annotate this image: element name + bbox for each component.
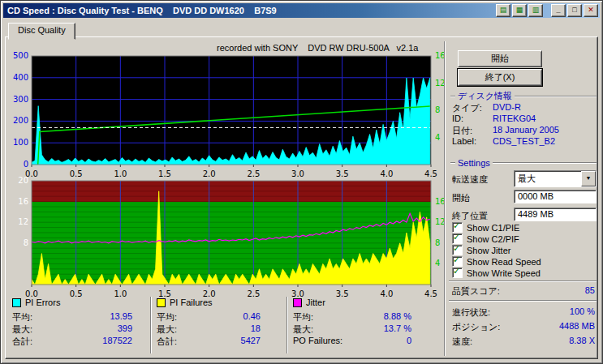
pif-jitter-chart: 20161281612840.00.51.01.52.02.53.03.54.0… (9, 173, 447, 306)
legend-label: PI Errors (25, 298, 60, 307)
quality-score-label: 品質スコア: (452, 285, 500, 298)
stat-label: 合計: (12, 336, 32, 348)
stat-label: 最大: (293, 323, 313, 336)
close-button[interactable]: ✕ (584, 4, 598, 17)
minimize-button[interactable]: _ (551, 4, 566, 17)
titlebar-buttons: ▤ ▦ ▥ _ □ ✕ (496, 4, 600, 17)
app-window: CD Speed : Disc Quality Test - BENQ DVD … (0, 0, 603, 364)
stat-value: 13.95 (58, 311, 132, 321)
progress-value: 100 % (514, 306, 595, 316)
graph-icon-glyph: ▦ (516, 6, 523, 14)
end-position-field[interactable]: 4489 MB (514, 208, 597, 221)
pi-failures-swatch (157, 298, 166, 307)
svg-text:4: 4 (435, 133, 440, 142)
graph-icon-3[interactable]: ▥ (528, 4, 543, 17)
window-title: CD Speed : Disc Quality Test - BENQ DVD … (7, 6, 277, 15)
graph-icon-glyph: ▤ (500, 6, 507, 14)
stat-value: 8.88 % (358, 311, 411, 321)
stat-label: 平均: (12, 311, 32, 323)
start-position-field[interactable]: 0000 MB (514, 190, 597, 203)
start-button-label: 開始 (491, 53, 509, 65)
stat-label: 最大: (12, 323, 32, 336)
transfer-speed-select[interactable]: 最大 ▼ (514, 170, 597, 187)
separator (449, 280, 597, 282)
pi-errors-legend: PI Errors (12, 298, 60, 307)
graph-icon-1[interactable]: ▤ (496, 4, 510, 17)
maximize-button[interactable]: □ (567, 4, 582, 17)
jitter-legend: Jitter (293, 298, 325, 307)
stat-value: 187522 (58, 336, 132, 345)
recorded-with-label: recorded with SONY DVD RW DRU-500A v2.1a (217, 43, 418, 53)
svg-text:0.5: 0.5 (70, 289, 83, 298)
start-position-label: 開始 (452, 192, 470, 204)
progress-label: 進行状況: (452, 306, 490, 319)
position-label: ポジション: (452, 321, 500, 333)
disc-type-value: DVD-R (493, 102, 521, 112)
disc-date-label: 日付: (452, 125, 472, 137)
exit-button[interactable]: 終了(X) (458, 69, 542, 86)
minimize-icon: _ (556, 6, 560, 14)
checkbox-label: Show Write Speed (467, 268, 541, 278)
stat-value: 0 (358, 336, 411, 345)
svg-text:2.5: 2.5 (247, 289, 260, 298)
checkbox-show-jitter[interactable]: Show Jitter (452, 245, 510, 255)
svg-text:0: 0 (24, 160, 28, 169)
titlebar[interactable]: CD Speed : Disc Quality Test - BENQ DVD … (3, 3, 600, 18)
svg-text:4.5: 4.5 (424, 289, 437, 298)
start-button[interactable]: 開始 (458, 50, 542, 67)
maximize-icon: □ (572, 6, 576, 14)
legend-label: PI Failures (170, 298, 213, 307)
svg-text:4: 4 (435, 259, 440, 268)
checkbox-label: Show Jitter (467, 246, 510, 255)
checkbox-show-c2-pif[interactable]: Show C2/PIF (452, 233, 519, 244)
svg-text:20: 20 (18, 176, 28, 185)
settings-header: Settings (450, 158, 597, 168)
disc-info-header: ディスク情報 (450, 90, 597, 102)
svg-text:8: 8 (435, 105, 440, 114)
svg-text:100: 100 (13, 138, 28, 147)
svg-text:8: 8 (24, 238, 28, 247)
checkbox-label: Show C2/PIF (467, 234, 519, 244)
svg-text:1.0: 1.0 (114, 289, 127, 298)
transfer-speed-label: 転送速度 (452, 173, 488, 186)
stat-value: 18 (196, 323, 261, 333)
svg-text:16: 16 (18, 197, 28, 206)
separator (449, 300, 597, 302)
tab-label: Disc Quality (18, 25, 66, 35)
jitter-swatch (293, 298, 302, 307)
svg-text:8: 8 (435, 238, 440, 247)
graph-icon-glyph: ▥ (532, 6, 540, 14)
tab-disc-quality[interactable]: Disc Quality (8, 23, 75, 40)
disc-date-value: 18 January 2005 (493, 125, 559, 135)
svg-text:300: 300 (13, 95, 28, 104)
svg-text:200: 200 (13, 116, 28, 125)
checkbox-show-write-speed[interactable]: Show Write Speed (452, 268, 541, 278)
settings-header-label: Settings (458, 158, 490, 168)
stat-value: 13.7 % (358, 323, 411, 333)
exit-button-label: 終了(X) (485, 71, 515, 84)
checkbox-checked-icon (452, 268, 463, 278)
svg-text:12: 12 (18, 217, 28, 226)
stat-value: 5427 (196, 336, 261, 345)
legend-label: Jitter (306, 298, 325, 307)
checkbox-label: Show Read Speed (467, 257, 541, 267)
stat-value: 399 (58, 323, 132, 333)
checkbox-label: Show C1/PIE (467, 223, 519, 233)
transfer-speed-value: 最大 (515, 172, 581, 186)
stat-label: 平均: (293, 311, 313, 323)
checkbox-show-c1-pie[interactable]: Show C1/PIE (452, 222, 519, 233)
stat-value: 0.46 (196, 311, 261, 321)
stat-label: 最大: (157, 323, 177, 336)
stats-divider (286, 297, 288, 353)
pi-failures-legend: PI Failures (157, 298, 213, 307)
stat-label: 合計: (157, 336, 177, 348)
chevron-down-icon[interactable]: ▼ (581, 171, 596, 186)
disc-id-label: ID: (452, 113, 463, 123)
svg-text:3.5: 3.5 (336, 289, 349, 298)
stats-divider (150, 297, 152, 353)
checkbox-show-read-speed[interactable]: Show Read Speed (452, 256, 541, 267)
disc-label-label: Label: (452, 136, 476, 146)
graph-icon-2[interactable]: ▦ (512, 4, 527, 17)
pi-errors-swatch (12, 298, 21, 307)
pi-errors-speed-chart-svg: 50040030020010001612840.00.51.01.52.02.5… (9, 48, 447, 179)
